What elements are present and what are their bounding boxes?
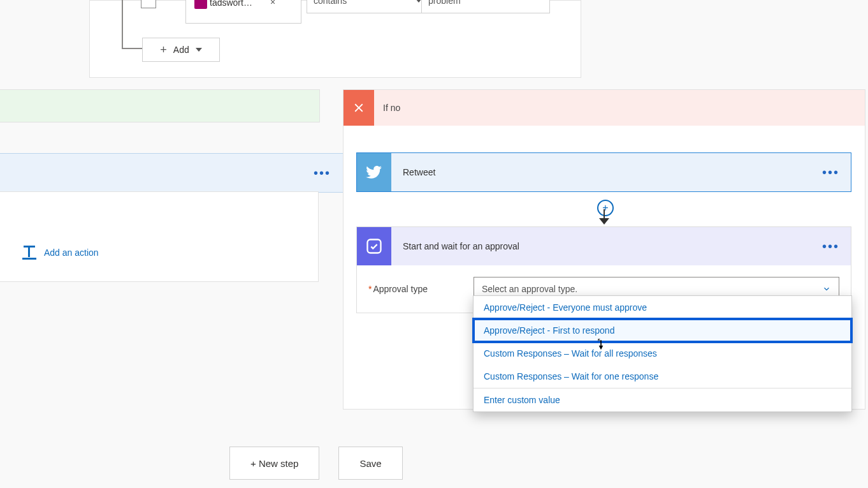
plus-icon: + [160, 43, 167, 57]
condition-value-text: problem [428, 0, 461, 6]
dropdown-option-one-response[interactable]: Custom Responses – Wait for one response [474, 365, 851, 388]
if-yes-body [0, 191, 319, 282]
add-label: Add [173, 45, 189, 55]
condition-operator-select[interactable]: contains [307, 0, 429, 13]
approval-card-header[interactable]: Start and wait for an approval ••• [357, 227, 851, 265]
twitter-icon-box [357, 153, 391, 191]
add-action-label: Add an action [44, 248, 99, 258]
dynamic-content-icon [194, 0, 207, 9]
if-no-header-icon-box [344, 90, 374, 126]
footer-buttons: + New step Save [229, 447, 403, 480]
approval-icon [365, 237, 383, 255]
chevron-down-icon [196, 48, 202, 52]
chip-label: tadswort… [210, 0, 252, 8]
more-icon[interactable]: ••• [314, 166, 331, 181]
insert-step-button[interactable]: + [597, 200, 614, 216]
condition-value-input[interactable]: problem [421, 0, 550, 13]
insert-action-icon [22, 246, 36, 260]
chip-remove-icon[interactable]: × [267, 0, 278, 8]
twitter-icon [366, 164, 382, 181]
dropdown-option-everyone[interactable]: Approve/Reject - Everyone must approve [474, 296, 851, 319]
approval-title: Start and wait for an approval [403, 241, 519, 251]
if-no-title: If no [383, 103, 400, 113]
if-yes-header [0, 89, 320, 122]
dropdown-option-first[interactable]: Approve/Reject - First to respond [474, 319, 851, 342]
add-action-button[interactable]: Add an action [22, 246, 99, 260]
chevron-down-icon [822, 285, 831, 293]
save-button[interactable]: Save [338, 447, 402, 480]
more-icon[interactable]: ••• [822, 239, 839, 254]
condition-add-button[interactable]: + Add [142, 38, 220, 62]
dynamic-content-chip[interactable]: tadswort… × [192, 0, 281, 11]
retweet-action-card[interactable]: Retweet ••• [356, 152, 851, 192]
approval-type-label-text: Approval type [373, 284, 428, 294]
close-icon [352, 101, 366, 115]
retweet-label: Retweet [403, 167, 435, 177]
if-yes-branch: ••• Add an action [0, 89, 319, 281]
approval-type-dropdown: Approve/Reject - Everyone must approve A… [473, 295, 852, 412]
if-no-header: If no [344, 90, 865, 126]
approval-type-label: *Approval type [368, 284, 474, 294]
dropdown-enter-custom[interactable]: Enter custom value [474, 388, 851, 411]
if-no-branch: If no Retweet ••• + Start and wait for a… [343, 89, 865, 410]
more-icon[interactable]: ••• [822, 165, 839, 180]
approval-type-placeholder: Select an approval type. [482, 284, 577, 294]
operator-value: contains [314, 0, 347, 6]
condition-card: tadswort… × contains problem + Add [89, 0, 581, 78]
condition-row-checkbox[interactable] [141, 0, 156, 8]
svg-rect-0 [368, 240, 381, 253]
new-step-button[interactable]: + New step [229, 447, 319, 480]
approval-icon-box [357, 227, 391, 265]
dropdown-option-all-responses[interactable]: Custom Responses – Wait for all response… [474, 342, 851, 365]
if-yes-action-card[interactable]: ••• [0, 153, 344, 193]
